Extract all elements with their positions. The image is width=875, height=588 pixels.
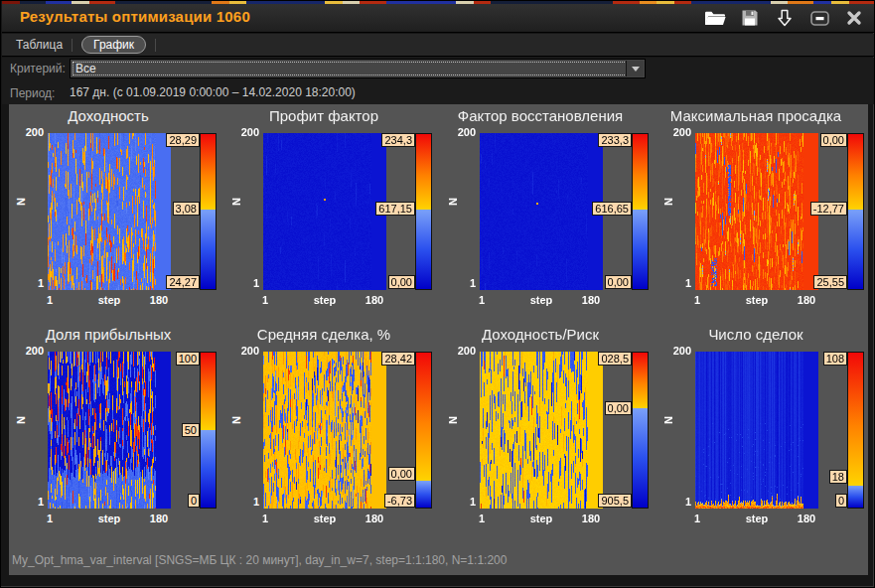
- colorbar-label: 0,00: [388, 275, 415, 289]
- x-axis-max-label: 180: [792, 513, 821, 524]
- y-axis-name: N: [662, 198, 674, 206]
- y-axis-name: N: [230, 416, 242, 424]
- panel-title: Доходность: [11, 107, 206, 124]
- y-axis-name: N: [15, 416, 27, 424]
- y-axis-max-label: 200: [658, 126, 691, 138]
- x-axis-max-label: 180: [576, 513, 606, 524]
- colorbar: [847, 133, 864, 290]
- heatmap-canvas: [263, 133, 386, 290]
- title-bar: Результаты оптимизации 1060: [2, 4, 875, 33]
- tab-separator: [155, 39, 156, 52]
- y-axis-name: N: [15, 198, 27, 206]
- panel-title: Число сделок: [658, 326, 853, 343]
- panel[interactable]: Профит фактор200N1234,3617,150,001step18…: [226, 106, 433, 320]
- x-axis-min-label: 1: [687, 513, 707, 524]
- combo-focus-outline: [71, 60, 645, 77]
- x-axis-max-label: 180: [144, 294, 174, 306]
- y-axis-max-label: 200: [443, 126, 476, 138]
- period-row: Период: 167 дн. (с 01.09.2019 0:00:00 – …: [2, 82, 875, 104]
- open-button[interactable]: [704, 8, 726, 28]
- y-axis-min-label: 1: [443, 277, 476, 289]
- colorbar-label: 617,15: [375, 202, 415, 216]
- x-axis-name: step: [510, 294, 573, 306]
- folder-icon: [704, 10, 726, 27]
- y-axis-min-label: 1: [11, 277, 44, 289]
- y-axis-name: N: [230, 198, 242, 206]
- colorbar: [200, 133, 217, 290]
- x-axis-min-label: 1: [255, 513, 275, 524]
- criterion-label: Критерий:: [10, 62, 66, 75]
- x-axis-name: step: [77, 294, 141, 306]
- y-axis-max-label: 200: [658, 345, 691, 357]
- panel-title: Профит фактор: [226, 107, 421, 124]
- panel[interactable]: Средняя сделка, %200N128,420,00-6,731ste…: [226, 325, 433, 538]
- panel[interactable]: Максимальная просадка200N10,00-12,7725,5…: [658, 106, 865, 320]
- tab-chart[interactable]: График: [81, 36, 146, 54]
- colorbar-label: 905,5: [598, 494, 632, 508]
- download-arrow-icon: [777, 9, 793, 27]
- x-axis-name: step: [725, 513, 789, 524]
- status-line: My_Opt_hma_var_interval [SNGS=МБ ЦК : 20…: [12, 553, 507, 567]
- y-axis-name: N: [447, 198, 459, 206]
- colorbar-label: 100: [176, 352, 200, 366]
- colorbar-label: 234,3: [381, 133, 415, 147]
- x-axis-min-label: 1: [255, 294, 275, 306]
- colorbar-label: 3,08: [173, 202, 200, 216]
- x-axis-name: step: [77, 513, 141, 524]
- criterion-selected-value: Все: [75, 62, 96, 75]
- y-axis-min-label: 1: [226, 496, 259, 508]
- tab-table[interactable]: Таблица: [16, 38, 63, 52]
- panel[interactable]: Доля прибыльных200N11005001step180: [11, 325, 218, 538]
- heatmap-canvas: [695, 352, 818, 509]
- chart-area: My_Opt_hma_var_interval [SNGS=МБ ЦК : 20…: [9, 104, 868, 575]
- x-axis-name: step: [725, 294, 789, 306]
- collapse-button[interactable]: [808, 8, 830, 28]
- y-axis-max-label: 200: [11, 126, 44, 138]
- panel-title: Доходность/Риск: [443, 326, 638, 343]
- heatmap-canvas: [695, 133, 818, 290]
- panel[interactable]: Число сделок200N11081801step180: [658, 325, 865, 538]
- panel[interactable]: Доходность200N128,293,0824,271step180: [11, 106, 218, 320]
- colorbar-label: 0: [188, 494, 200, 508]
- heatmap-canvas: [480, 352, 603, 509]
- colorbar-label: 108: [823, 352, 847, 366]
- colorbar-label: 616,65: [592, 202, 632, 216]
- colorbar-label: 28,42: [381, 352, 415, 366]
- y-axis-name: N: [662, 416, 674, 424]
- tab-bar: Таблица График: [2, 34, 875, 57]
- collapse-window-icon: [810, 11, 829, 26]
- colorbar: [415, 352, 432, 509]
- export-button[interactable]: [774, 8, 796, 28]
- colorbar: [847, 352, 864, 509]
- x-axis-max-label: 180: [360, 294, 389, 306]
- x-axis-max-label: 180: [792, 294, 821, 306]
- x-axis-min-label: 1: [40, 513, 60, 524]
- y-axis-min-label: 1: [443, 496, 476, 508]
- colorbar-label: 18: [829, 470, 847, 484]
- save-button[interactable]: [739, 8, 761, 28]
- panel-title: Доля прибыльных: [11, 326, 206, 343]
- x-axis-name: step: [510, 513, 573, 524]
- panel[interactable]: Фактор восстановления200N1233,3616,650,0…: [443, 106, 650, 320]
- x-axis-max-label: 180: [144, 513, 174, 524]
- criterion-select[interactable]: Все: [70, 59, 646, 78]
- x-axis-max-label: 180: [360, 513, 389, 524]
- colorbar-label: 233,3: [598, 133, 632, 147]
- panel[interactable]: Доходность/Риск200N1028,50,00905,51step1…: [443, 325, 650, 538]
- criterion-row: Критерий: Все: [2, 58, 875, 82]
- x-axis-min-label: 1: [472, 294, 492, 306]
- y-axis-max-label: 200: [443, 345, 476, 357]
- y-axis-max-label: 200: [226, 126, 259, 138]
- colorbar-label: 50: [182, 423, 200, 437]
- combo-dropdown-button[interactable]: [626, 61, 644, 76]
- x-axis-name: step: [293, 294, 357, 306]
- period-value: 167 дн. (с 01.09.2019 0:00:00 – 14.02.20…: [70, 85, 356, 99]
- heatmap-canvas: [480, 133, 603, 290]
- floppy-disk-icon: [741, 9, 759, 27]
- colorbar-label: 0: [835, 494, 847, 508]
- colorbar-label: 24,27: [166, 275, 200, 289]
- app-window: Результаты оптимизации 1060: [0, 0, 875, 588]
- close-button[interactable]: [843, 8, 865, 28]
- colorbar-label: 0,00: [605, 401, 632, 415]
- window-toolbar: [704, 8, 865, 28]
